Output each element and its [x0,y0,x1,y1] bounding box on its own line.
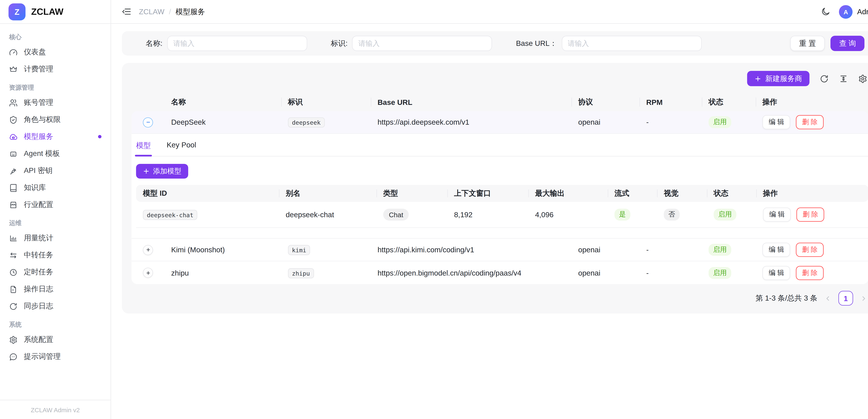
users-icon [9,98,18,107]
edit-button[interactable]: 编 辑 [763,115,790,129]
column-header-name: 名称 [164,93,281,111]
collapse-sidebar-button[interactable] [122,7,132,17]
new-provider-label: 新建服务商 [765,73,802,84]
delete-button[interactable]: 删 除 [796,266,824,280]
prev-page-button[interactable] [824,295,832,302]
delete-button[interactable]: 删 除 [796,115,824,129]
edit-button[interactable]: 编 辑 [763,243,790,257]
active-indicator-dot [98,135,101,139]
clock-icon [9,268,18,276]
stream-badge: 是 [615,209,630,221]
column-header-vision: 视觉 [657,185,707,202]
column-header-protocol: 协议 [571,93,639,111]
sidebar-item-label: 用量统计 [24,233,53,243]
filter-base-url-field: Base URL： [516,36,702,51]
delete-button[interactable]: 删 除 [796,243,824,257]
crown-icon [9,65,18,73]
plus-icon [145,270,151,276]
sidebar-item-operation-logs[interactable]: 操作日志 [0,280,111,298]
sidebar-item-usage-stats[interactable]: 用量统计 [0,230,111,246]
column-settings-button[interactable] [858,74,867,83]
sidebar-item-sync-logs[interactable]: 同步日志 [0,298,111,315]
name-input[interactable] [167,36,307,51]
model-context-window: 8,192 [454,210,472,219]
tag-input[interactable] [352,36,492,51]
provider-name: zhipu [171,268,189,277]
collapse-sidebar-icon [122,7,132,17]
reset-button[interactable]: 重 置 [790,36,825,51]
filter-tag-label: 标识: [331,38,348,49]
expanded-panel-row: 模型 Key Pool 添加模型 [132,134,868,239]
next-page-button[interactable] [860,295,867,302]
nav-section-ops: 运维 [0,213,111,230]
filter-name-field: 名称: [146,36,307,51]
provider-rpm: - [646,118,649,126]
moon-icon [821,7,831,17]
expand-row-button[interactable] [143,245,153,255]
collapse-row-button[interactable] [143,117,153,127]
model-max-output: 4,096 [535,210,553,219]
new-provider-button[interactable]: 新建服务商 [747,71,809,86]
dark-mode-toggle[interactable] [821,7,831,17]
sidebar-item-accounts[interactable]: 账号管理 [0,94,111,111]
sidebar-item-label: 操作日志 [24,284,53,294]
expand-row-button[interactable] [143,268,153,278]
status-badge: 启用 [709,267,732,279]
sidebar-item-label: 同步日志 [24,301,53,311]
providers-header-row: 名称 标识 Base URL 协议 RPM 状态 操作 [132,93,868,111]
tab-models[interactable]: 模型 [136,141,151,151]
user-menu[interactable]: A Admin [839,5,868,19]
column-header-actions: 操作 [756,93,868,111]
sidebar-item-prompt-management[interactable]: 提示词管理 [0,348,111,365]
sidebar-item-scheduled-tasks[interactable]: 定时任务 [0,264,111,280]
sidebar-item-dashboard[interactable]: 仪表盘 [0,43,111,61]
refresh-button[interactable] [820,74,829,83]
column-header-base-url: Base URL [371,93,571,111]
column-header-model-id: 模型 ID [136,185,279,202]
filter-bar: 名称: 标识: Base URL： 重 置 查 询 [122,31,868,56]
edit-button[interactable]: 编 辑 [763,266,790,280]
panel-tabs: 模型 Key Pool [136,141,868,156]
chevron-left-icon [824,295,832,302]
breadcrumb-root[interactable]: ZCLAW [139,7,164,16]
sidebar-item-label: API 密钥 [24,166,53,176]
model-row-deepseek-chat: deepseek-chat deepseek-chat Chat 8,192 4… [136,202,868,228]
nav-section-system: 系统 [0,315,111,331]
base-url-input[interactable] [561,36,702,51]
tab-key-pool[interactable]: Key Pool [167,141,196,151]
provider-name: DeepSeek [171,118,206,126]
provider-rpm: - [646,268,649,277]
sidebar-item-roles[interactable]: 角色与权限 [0,111,111,128]
sidebar-item-label: 知识库 [24,182,46,193]
sidebar-item-model-services[interactable]: 模型服务 [0,128,111,145]
content: 名称: 标识: Base URL： 重 置 查 询 [111,24,868,419]
gear-icon [858,74,867,83]
sidebar-item-label: 账号管理 [24,98,53,108]
add-model-button[interactable]: 添加模型 [136,164,188,179]
page-number-button[interactable]: 1 [838,291,853,306]
sidebar-item-billing[interactable]: 计费管理 [0,61,111,78]
sidebar-item-relay-tasks[interactable]: 中转任务 [0,246,111,264]
provider-row-kimi: Kimi (Moonshot) kimi https://api.kimi.co… [132,239,868,262]
provider-base-url: https://open.bigmodel.cn/api/coding/paas… [378,268,521,277]
provider-tag: zhipu [288,268,314,278]
provider-protocol: openai [578,268,600,277]
sidebar-item-knowledge-base[interactable]: 知识库 [0,179,111,196]
delete-button[interactable]: 删 除 [797,208,825,222]
chevron-right-icon [860,295,867,302]
username: Admin [857,7,868,16]
topbar-right: A Admin [821,5,868,19]
edit-button[interactable]: 编 辑 [763,208,791,222]
search-button[interactable]: 查 询 [831,36,865,51]
pagination-summary: 第 1-3 条/总共 3 条 [755,293,817,303]
plus-icon [754,75,761,82]
sidebar-item-industry-config[interactable]: 行业配置 [0,196,111,213]
gear-icon [9,335,18,344]
sidebar-item-agent-templates[interactable]: Agent 模板 [0,145,111,162]
plus-icon [143,168,150,175]
row-height-button[interactable] [839,74,848,83]
sidebar-item-api-keys[interactable]: API 密钥 [0,162,111,179]
breadcrumb: ZCLAW / 模型服务 [139,7,205,17]
column-header-rpm: RPM [639,93,702,111]
sidebar-item-system-config[interactable]: 系统配置 [0,331,111,348]
